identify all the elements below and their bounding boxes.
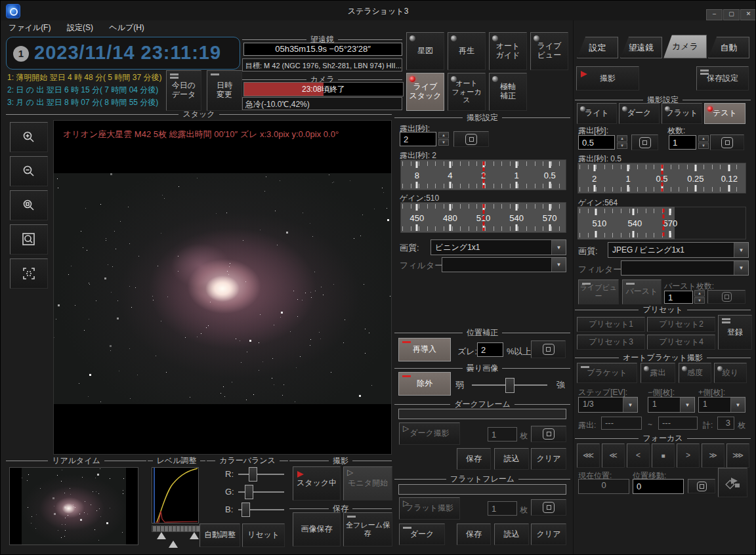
mode-replay-button[interactable]: 再生 bbox=[448, 32, 486, 70]
focus-near-slow-button[interactable]: > bbox=[677, 443, 700, 468]
levels-white-point-handle[interactable] bbox=[190, 532, 199, 539]
gain-scale[interactable]: 450 480 510 540 570 bbox=[400, 201, 567, 234]
close-button[interactable]: ✕ bbox=[740, 9, 756, 20]
flat-count-default-button[interactable] bbox=[531, 499, 566, 516]
right-exposure-default-button[interactable] bbox=[631, 134, 658, 150]
exposure-marker[interactable] bbox=[482, 161, 484, 188]
dark-save-button[interactable]: 保存 bbox=[457, 448, 491, 470]
tab-settings[interactable]: 設定 bbox=[577, 37, 618, 58]
focus-move-button[interactable] bbox=[718, 468, 747, 497]
dark-count-default-button[interactable] bbox=[531, 426, 566, 442]
levels-ruler[interactable] bbox=[152, 525, 200, 532]
right-gain-marker[interactable] bbox=[663, 209, 665, 237]
save-all-frames-button[interactable]: 全フレーム保存 bbox=[343, 512, 392, 546]
reset-button[interactable]: リセット bbox=[242, 524, 285, 547]
dark-clear-button[interactable]: クリア bbox=[531, 448, 566, 470]
monitor-start-button[interactable]: モニタ開始 bbox=[343, 466, 392, 501]
auto-adjust-button[interactable]: 自動調整 bbox=[200, 524, 240, 547]
right-quality-dropdown[interactable]: JPEG / ビニング1x1 bbox=[608, 242, 749, 258]
focus-far-mid-button[interactable]: ≪ bbox=[602, 443, 625, 468]
frame-flat-button[interactable]: フラット bbox=[662, 103, 702, 124]
count-input[interactable] bbox=[669, 135, 696, 150]
mode-autoguide-button[interactable]: オート ガイド bbox=[489, 32, 527, 70]
count-default-button[interactable] bbox=[710, 134, 744, 150]
reintroduce-button[interactable]: 再導入 bbox=[398, 338, 451, 361]
cloud-slider-handle[interactable] bbox=[505, 378, 514, 393]
right-gain-scale[interactable]: 510 540 570 bbox=[577, 206, 747, 240]
plus-side-dropdown[interactable]: 1 bbox=[698, 397, 746, 413]
red-slider-track[interactable] bbox=[238, 474, 284, 475]
move-default-button[interactable] bbox=[688, 479, 715, 493]
green-slider-handle[interactable] bbox=[245, 485, 253, 499]
filter-dropdown[interactable] bbox=[442, 257, 566, 272]
exposure-input[interactable] bbox=[400, 132, 436, 146]
minimize-button[interactable]: – bbox=[706, 9, 723, 20]
levels-mid-point-handle[interactable] bbox=[169, 541, 178, 548]
focus-far-fast-button[interactable]: ⋘ bbox=[577, 443, 600, 468]
register-button[interactable]: 登録 bbox=[718, 315, 752, 350]
mode-liveview-button[interactable]: ライブ ビュー bbox=[530, 32, 568, 70]
save-settings-button[interactable]: 保存設定 bbox=[696, 66, 749, 91]
right-exposure-marker[interactable] bbox=[661, 165, 663, 192]
levels-black-point-handle[interactable] bbox=[157, 532, 166, 539]
dark-count-input[interactable] bbox=[488, 427, 517, 442]
right-filter-dropdown[interactable] bbox=[621, 260, 749, 276]
exposure-scale[interactable]: 8 4 2 1 0.5 bbox=[400, 159, 567, 191]
liveview-button[interactable]: ライブビュー bbox=[578, 279, 619, 304]
red-slider-handle[interactable] bbox=[249, 467, 257, 482]
flat-count-input[interactable] bbox=[488, 501, 517, 516]
mode-autofocus-button[interactable]: オート フォーカス bbox=[448, 73, 486, 111]
blue-slider-handle[interactable] bbox=[242, 503, 250, 517]
burst-count-input[interactable] bbox=[664, 291, 693, 304]
bracket-exposure-button[interactable]: 露出 bbox=[640, 363, 675, 383]
focus-near-fast-button[interactable]: ⋙ bbox=[726, 443, 749, 468]
bracket-aperture-button[interactable]: 絞り bbox=[714, 363, 747, 383]
frame-test-button[interactable]: テスト bbox=[704, 103, 746, 124]
exclude-button[interactable]: 除外 bbox=[398, 372, 451, 396]
menu-file[interactable]: ファイル(F) bbox=[9, 22, 51, 33]
stacking-button[interactable]: スタック中 bbox=[293, 466, 341, 501]
step-dropdown[interactable]: 1/3 bbox=[578, 397, 638, 413]
focus-stop-button[interactable]: ■ bbox=[652, 443, 675, 468]
bracket-button[interactable]: ブラケット bbox=[577, 363, 637, 383]
tab-telescope[interactable]: 望遠鏡 bbox=[620, 37, 662, 58]
right-exposure-stepper[interactable]: ▲▼ bbox=[617, 135, 627, 149]
focus-far-slow-button[interactable]: < bbox=[627, 443, 650, 468]
menu-help[interactable]: ヘルプ(H) bbox=[109, 22, 144, 33]
exposure-default-button[interactable] bbox=[453, 131, 489, 147]
flat-clear-button[interactable]: クリア bbox=[531, 524, 566, 545]
date-change-button[interactable]: 日時 変更 bbox=[207, 70, 242, 111]
dark-shoot-button[interactable]: ダーク撮影 bbox=[399, 422, 460, 445]
mode-polar-button[interactable]: 極軸 補正 bbox=[489, 73, 527, 111]
today-data-button[interactable]: 今日の データ bbox=[166, 70, 201, 111]
right-exposure-scale[interactable]: 2 1 0.5 0.25 0.12 bbox=[577, 162, 747, 194]
preset1-button[interactable]: プリセット1 bbox=[577, 317, 645, 332]
minus-side-dropdown[interactable]: 1 bbox=[648, 397, 695, 413]
burst-default-button[interactable] bbox=[707, 290, 746, 304]
shift-default-button[interactable] bbox=[531, 340, 566, 358]
count-stepper[interactable]: ▲▼ bbox=[698, 135, 709, 149]
gain-marker[interactable] bbox=[482, 204, 484, 231]
save-image-button[interactable]: 画像保存 bbox=[293, 512, 341, 546]
zoom-in-button[interactable] bbox=[10, 122, 48, 152]
exposure-stepper[interactable]: ▲▼ bbox=[438, 132, 449, 146]
shoot-button[interactable]: 撮影 bbox=[576, 66, 639, 91]
burst-button[interactable]: バースト bbox=[622, 279, 662, 304]
menu-settings[interactable]: 設定(S) bbox=[67, 22, 93, 33]
zoom-out-button[interactable] bbox=[10, 156, 48, 186]
maximize-button[interactable]: ▢ bbox=[723, 9, 740, 20]
shift-input[interactable] bbox=[477, 342, 503, 357]
right-exposure-input[interactable] bbox=[578, 135, 615, 150]
frame-light-button[interactable]: ライト bbox=[577, 103, 617, 124]
tab-camera[interactable]: カメラ bbox=[663, 35, 707, 58]
preset3-button[interactable]: プリセット3 bbox=[577, 335, 645, 350]
dark-load-button[interactable]: 読込 bbox=[494, 448, 529, 470]
preset4-button[interactable]: プリセット4 bbox=[647, 335, 715, 350]
mode-livestack-button[interactable]: ライブ スタック bbox=[406, 73, 444, 111]
bracket-sensitivity-button[interactable]: 感度 bbox=[679, 363, 711, 383]
quality-dropdown[interactable]: ビニング1x1 bbox=[430, 239, 566, 255]
frame-dark-button[interactable]: ダーク bbox=[619, 103, 660, 124]
flat-shoot-button[interactable]: フラット撮影 bbox=[399, 497, 460, 520]
flat-dark-button[interactable]: ダーク bbox=[399, 524, 445, 545]
mode-chart-button[interactable]: 星図 bbox=[406, 32, 444, 70]
